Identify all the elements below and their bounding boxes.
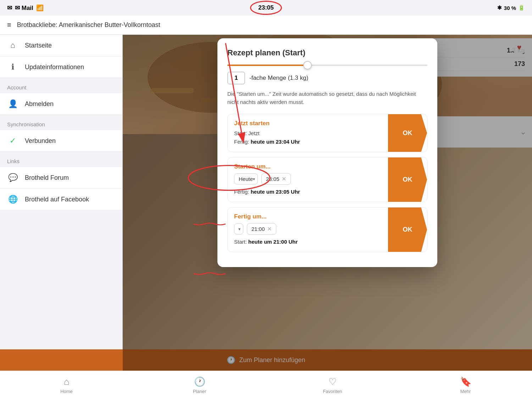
fertig-time-chip-clear-icon[interactable]: ✕ xyxy=(267,226,272,232)
starten-time-row: Heute ▾ 23:05 ✕ xyxy=(234,173,382,185)
sidebar-item-abmelden[interactable]: 👤 Abmelden xyxy=(0,93,122,115)
starten-time-value: 23:05 xyxy=(266,176,279,182)
sidebar-item-startseite[interactable]: ⌂ Startseite xyxy=(0,35,122,56)
fertig-day-wrapper: ▾ xyxy=(234,223,243,234)
forum-icon: 💬 xyxy=(7,172,18,183)
slider-row xyxy=(227,65,427,66)
section-fertig-title: Fertig um... xyxy=(234,213,382,220)
status-bar: ✉ ✉ Mail 📶 23:05 ✱ 30 % 🔋 xyxy=(0,0,532,16)
ok-button-jetzt[interactable]: OK xyxy=(388,114,427,152)
sidebar-label-startseite: Startseite xyxy=(25,42,52,49)
fertig-line2-label: Start: xyxy=(234,239,248,245)
quantity-value: 1 xyxy=(234,74,238,82)
sidebar-item-facebook[interactable]: 🌐 Brotheld auf Facebook xyxy=(0,189,122,210)
top-bar: ≡ Brotbackliebe: Amerikanischer Butter-V… xyxy=(0,16,532,35)
section-starten-line2: Fertig: heute um 23:05 Uhr xyxy=(234,188,382,196)
starten-line2-label: Fertig: xyxy=(234,189,251,195)
fertig-line2-value: heute um 21:00 Uhr xyxy=(248,239,298,245)
fertig-time-value: 21:00 xyxy=(251,226,265,232)
sidebar: ⌂ Startseite ℹ Updateinformationen Accou… xyxy=(0,35,123,371)
fertig-time-row: ▾ 21:00 ✕ xyxy=(234,223,382,235)
bottom-item-mehr[interactable]: 🔖 Mehr xyxy=(399,376,532,394)
section-starten-um: Starten um... Heute ▾ 23:05 ✕ xyxy=(227,157,427,202)
modal-info-text: Die "Starten um..." Zeit wurde automatis… xyxy=(227,90,427,106)
modal-title: Rezept planen (Start) xyxy=(227,48,427,57)
ok-button-starten[interactable]: OK xyxy=(388,157,427,202)
slider-thumb[interactable] xyxy=(303,61,312,70)
sidebar-item-verbunden[interactable]: ✓ Verbunden xyxy=(0,130,122,152)
quantity-label: -fache Menge (1.3 kg) xyxy=(249,74,308,82)
main-layout: ⌂ Startseite ℹ Updateinformationen Accou… xyxy=(0,35,532,371)
battery-label: 30 % xyxy=(504,5,516,11)
section-jetzt-line2-label: Fertig: xyxy=(234,139,251,145)
home-bottom-icon: ⌂ xyxy=(64,376,70,387)
section-jetzt-line1: Start: Jetzt xyxy=(234,129,382,138)
section-jetzt-starten: Jetzt starten Start: Jetzt Fertig: heute… xyxy=(227,114,427,152)
slider-fill xyxy=(227,65,307,66)
user-icon: 👤 xyxy=(7,98,18,110)
sidebar-label-updateinfo: Updateinformationen xyxy=(25,63,84,71)
starten-day-select[interactable]: Heute xyxy=(234,173,258,184)
mail-label: ✉ Mail xyxy=(15,4,33,12)
sidebar-label-verbunden: Verbunden xyxy=(25,137,56,145)
ok-button-fertig[interactable]: OK xyxy=(388,207,427,252)
sidebar-label-forum: Brotheld Forum xyxy=(25,174,69,182)
section-fertig-line2: Start: heute um 21:00 Uhr xyxy=(234,238,382,246)
sidebar-label-facebook: Brotheld auf Facebook xyxy=(25,196,89,203)
planer-bottom-label: Planer xyxy=(193,389,206,394)
sync-section-label: Synchronisation xyxy=(0,115,122,130)
section-jetzt-line2: Fertig: heute um 23:04 Uhr xyxy=(234,138,382,146)
favoriten-bottom-label: Favoriten xyxy=(323,389,342,394)
account-section-label: Account xyxy=(0,78,122,93)
sidebar-item-updateinfo[interactable]: ℹ Updateinformationen xyxy=(0,56,122,78)
starten-time-chip[interactable]: 23:05 ✕ xyxy=(261,173,291,185)
sidebar-item-forum[interactable]: 💬 Brotheld Forum xyxy=(0,167,122,189)
facebook-icon: 🌐 xyxy=(7,194,18,205)
wifi-icon: 📶 xyxy=(36,4,44,12)
status-bar-right: ✱ 30 % 🔋 xyxy=(497,5,525,11)
section-fertig-content: Fertig um... ▾ 21:00 ✕ xyxy=(228,207,388,252)
starten-day-wrapper: Heute ▾ xyxy=(234,173,258,184)
section-jetzt-content: Jetzt starten Start: Jetzt Fertig: heute… xyxy=(228,114,388,152)
mail-icon: ✉ xyxy=(7,4,12,12)
modal-overlay: Rezept planen (Start) 1 -fache Menge (1.… xyxy=(123,35,532,371)
time-chip-clear-icon[interactable]: ✕ xyxy=(282,176,286,182)
status-bar-left: ✉ ✉ Mail 📶 xyxy=(7,4,44,12)
starten-line2-value: heute um 23:05 Uhr xyxy=(251,189,300,195)
status-bar-time: 23:05 xyxy=(258,4,273,11)
battery-icon: 🔋 xyxy=(518,5,525,11)
favoriten-bottom-icon: ♡ xyxy=(328,376,337,387)
bottom-item-planer[interactable]: 🕐 Planer xyxy=(133,376,266,394)
quantity-row: 1 -fache Menge (1.3 kg) xyxy=(227,72,427,84)
hamburger-menu-icon[interactable]: ≡ xyxy=(7,21,11,29)
connected-icon: ✓ xyxy=(7,135,18,146)
section-jetzt-line2-value: heute um 23:04 Uhr xyxy=(251,139,300,145)
section-starten-title: Starten um... xyxy=(234,163,382,170)
schedule-modal: Rezept planen (Start) 1 -fache Menge (1.… xyxy=(217,38,437,267)
links-section-label: Links xyxy=(0,152,122,167)
page-title: Brotbackliebe: Amerikanischer Butter-Vol… xyxy=(17,21,160,29)
home-icon: ⌂ xyxy=(7,40,18,51)
quantity-slider[interactable] xyxy=(227,65,427,66)
section-starten-content: Starten um... Heute ▾ 23:05 ✕ xyxy=(228,157,388,202)
mehr-bottom-label: Mehr xyxy=(460,389,471,394)
info-icon: ℹ xyxy=(7,61,18,73)
fertig-time-chip[interactable]: 21:00 ✕ xyxy=(247,223,276,235)
home-bottom-label: Home xyxy=(60,389,73,394)
bottom-item-favoriten[interactable]: ♡ Favoriten xyxy=(266,376,399,394)
bottom-bar: ⌂ Home 🕐 Planer ♡ Favoriten 🔖 Mehr xyxy=(0,371,532,399)
quantity-box[interactable]: 1 xyxy=(227,72,245,84)
bottom-item-home[interactable]: ⌂ Home xyxy=(0,376,133,394)
planer-bottom-icon: 🕐 xyxy=(194,376,205,387)
mehr-bottom-icon: 🔖 xyxy=(460,376,471,387)
content-area: ♥ 1.3 kg 173 Community einem Standardrez… xyxy=(123,35,532,371)
section-fertig-um: Fertig um... ▾ 21:00 ✕ xyxy=(227,207,427,252)
sidebar-label-abmelden: Abmelden xyxy=(25,100,54,108)
bluetooth-icon: ✱ xyxy=(497,5,502,11)
fertig-day-select[interactable] xyxy=(234,223,243,234)
section-jetzt-title: Jetzt starten xyxy=(234,120,382,127)
